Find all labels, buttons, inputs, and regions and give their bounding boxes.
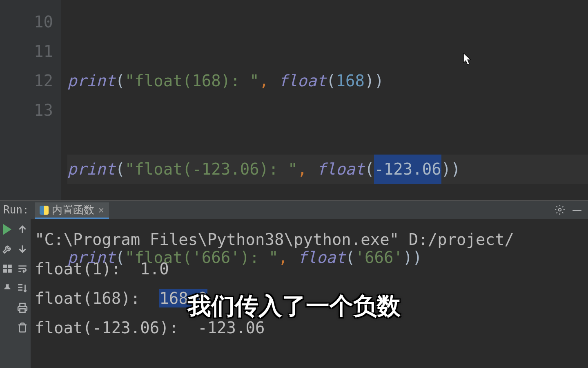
run-toolbar-secondary <box>14 219 31 368</box>
subtitle-caption: 我们传入了一个负数 <box>187 290 401 322</box>
scroll-to-end-icon[interactable] <box>17 283 28 294</box>
svg-rect-2 <box>8 265 12 268</box>
code-line-12[interactable]: print("float('666'): ", float('666')) <box>67 243 588 272</box>
arrow-up-icon[interactable] <box>17 224 28 235</box>
svg-rect-1 <box>3 265 7 268</box>
code-line-13[interactable] <box>67 331 588 361</box>
soft-wrap-icon[interactable] <box>17 263 28 274</box>
layout-icon[interactable] <box>2 263 13 274</box>
print-icon[interactable] <box>17 303 28 313</box>
line-number: 12 <box>0 66 53 96</box>
line-number: 13 <box>0 96 53 125</box>
code-line-11[interactable]: print("float(-123.06): ", float(-123.06)… <box>67 155 588 184</box>
run-toolbar-primary <box>0 219 14 368</box>
arrow-down-icon[interactable] <box>17 244 28 254</box>
pin-icon[interactable] <box>2 283 13 294</box>
wrench-icon[interactable] <box>2 244 13 254</box>
trash-icon[interactable] <box>17 322 28 333</box>
code-editor[interactable]: 10 11 12 13 print("float(168): ", float(… <box>0 0 588 200</box>
code-line-10[interactable]: print("float(168): ", float(168)) <box>67 66 588 96</box>
run-label: Run: <box>3 204 29 216</box>
code-content[interactable]: print("float(168): ", float(168)) print(… <box>61 0 588 200</box>
line-number: 10 <box>0 7 53 37</box>
rerun-icon[interactable] <box>2 224 13 235</box>
line-number: 11 <box>0 37 53 66</box>
svg-rect-3 <box>3 269 7 273</box>
mouse-cursor-icon <box>463 53 472 65</box>
line-number-gutter: 10 11 12 13 <box>0 0 61 200</box>
python-icon <box>40 206 49 215</box>
svg-rect-4 <box>8 269 12 273</box>
selected-text: -123.06 <box>374 155 441 184</box>
